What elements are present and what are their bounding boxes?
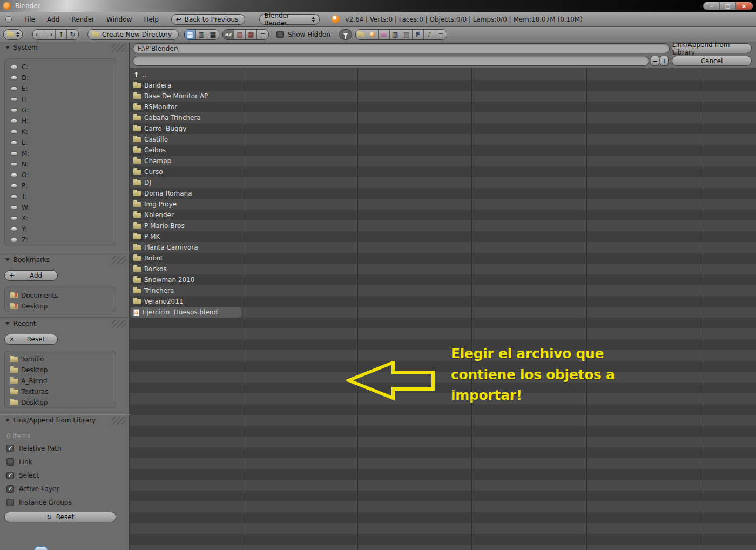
file-row[interactable]: Verano2011	[130, 296, 244, 307]
menu-file[interactable]: File	[18, 12, 41, 26]
editor-type-select[interactable]	[3, 29, 23, 40]
file-row[interactable]: Snowman 2010	[130, 274, 244, 285]
file-row[interactable]: P MK	[130, 231, 244, 242]
list-item[interactable]: O:	[5, 170, 116, 180]
reset-recent-button[interactable]: × Reset	[4, 334, 58, 345]
view-long-list-button[interactable]: ▥	[196, 30, 207, 39]
checkbox-icon[interactable]	[6, 499, 14, 506]
file-row[interactable]: Doma Romana	[130, 188, 244, 199]
list-item[interactable]: X:	[5, 213, 116, 224]
file-row[interactable]: P Mario Bros	[130, 220, 244, 231]
list-item[interactable]: C:	[5, 62, 116, 72]
sort-date-button[interactable]: ▦	[246, 30, 257, 39]
filter-folder-button[interactable]	[356, 30, 367, 39]
file-row[interactable]: Planta Carnivora	[130, 242, 244, 253]
filter-movie-button[interactable]: ▥	[390, 30, 401, 39]
checkbox-icon[interactable]: ✓	[6, 445, 14, 452]
panel-drag-widget-icon[interactable]	[112, 417, 126, 425]
nav-refresh-button[interactable]: ↻	[67, 30, 78, 39]
create-new-directory-button[interactable]: Create New Directory	[87, 29, 179, 40]
sort-extension-button[interactable]: ▧	[234, 30, 246, 39]
checkbox-icon[interactable]: ✓	[6, 472, 14, 479]
file-row[interactable]: Bandera	[130, 80, 244, 91]
back-to-previous-button[interactable]: ↩ Back to Previous	[171, 14, 246, 25]
link-append-confirm-button[interactable]: Link/Append from Library	[672, 43, 752, 53]
panel-drag-widget-icon[interactable]	[112, 256, 126, 264]
collapse-menu-icon[interactable]	[5, 16, 12, 23]
file-row[interactable]: Carro Buggy	[130, 123, 244, 134]
add-bookmark-button[interactable]: + Add	[4, 270, 58, 281]
list-item[interactable]: G:	[5, 105, 116, 116]
list-item[interactable]: K:	[5, 126, 116, 137]
file-row[interactable]: DJ	[130, 177, 244, 188]
file-row[interactable]: Curso	[130, 166, 244, 177]
panel-drag-widget-icon[interactable]	[112, 44, 126, 52]
file-row[interactable]: Ceibos	[130, 145, 244, 156]
file-row[interactable]: BSMonitor	[130, 102, 244, 112]
file-row[interactable]: Img Proye	[130, 199, 244, 210]
file-row[interactable]: Rockos	[130, 264, 244, 274]
file-row[interactable]: Ejercicio Huesos.blend	[131, 307, 241, 318]
option-active-layer[interactable]: ✓Active Layer	[6, 485, 59, 493]
checkbox-icon[interactable]: ✓	[6, 485, 14, 493]
filename-input[interactable]	[133, 56, 649, 66]
decrement-filename-button[interactable]: −	[651, 56, 659, 66]
list-item[interactable]: E:	[5, 83, 116, 94]
menu-render[interactable]: Render	[65, 12, 100, 26]
list-item[interactable]: T:	[5, 191, 116, 202]
nav-up-button[interactable]: ↑	[56, 30, 67, 39]
list-item[interactable]: F:	[5, 94, 116, 105]
list-item[interactable]: Texturas	[5, 386, 116, 397]
filter-image-button[interactable]	[379, 30, 390, 39]
reset-operator-button[interactable]: ↻ Reset	[4, 512, 116, 522]
filter-blend-button[interactable]	[367, 30, 379, 39]
nav-back-button[interactable]: ←	[33, 30, 44, 39]
path-input[interactable]	[133, 43, 670, 53]
restore-button[interactable]: □	[720, 2, 736, 10]
list-item[interactable]: M:	[5, 148, 116, 159]
option-relative-path[interactable]: ✓Relative Path	[6, 445, 62, 452]
nav-forward-button[interactable]: →	[44, 30, 56, 39]
menu-window[interactable]: Window	[100, 12, 138, 26]
list-item[interactable]: H:	[5, 116, 116, 126]
view-short-list-button[interactable]: ▤	[185, 30, 196, 39]
list-item[interactable]: Desktop	[5, 397, 116, 408]
minimize-button[interactable]: −	[704, 2, 720, 10]
list-item[interactable]: Z:	[5, 234, 116, 245]
file-row[interactable]: Trinchera	[130, 285, 244, 296]
parent-dir-row[interactable]: ↑..	[130, 69, 244, 80]
panel-header-recent[interactable]: Recent	[5, 320, 36, 327]
file-row[interactable]: Castillo	[130, 134, 244, 145]
list-item[interactable]: W:	[5, 202, 116, 213]
checkbox-icon[interactable]	[6, 458, 14, 466]
filter-sound-button[interactable]: ♪	[424, 30, 435, 39]
panel-drag-widget-icon[interactable]	[112, 320, 126, 328]
option-link[interactable]: Link	[6, 458, 32, 466]
show-hidden-option[interactable]: Show Hidden	[276, 31, 330, 38]
increment-filename-button[interactable]: +	[660, 56, 669, 66]
list-item[interactable]: L:	[5, 137, 116, 148]
list-item[interactable]: A_Blend	[5, 375, 116, 386]
filter-text-button[interactable]: ≡	[435, 30, 447, 39]
close-button[interactable]: ×	[736, 2, 752, 10]
sort-size-button[interactable]: ≡	[257, 30, 268, 39]
option-instance-groups[interactable]: Instance Groups	[6, 499, 72, 506]
sort-alphabetical-button[interactable]: az	[223, 30, 234, 39]
panel-header-system[interactable]: System	[5, 44, 38, 51]
list-item[interactable]: Desktop	[5, 365, 116, 375]
menu-help[interactable]: Help	[138, 12, 164, 26]
list-item[interactable]: Tornillo	[5, 354, 116, 365]
list-item[interactable]: Documents	[5, 290, 116, 301]
file-row[interactable]: Base De Monitor AP	[130, 91, 244, 102]
panel-header-bookmarks[interactable]: Bookmarks	[5, 256, 50, 264]
option-select[interactable]: ✓Select	[6, 472, 39, 479]
panel-header-operator[interactable]: Link/Append from Library	[5, 417, 96, 424]
render-engine-select[interactable]: Blender Render	[259, 14, 320, 25]
view-thumbnails-button[interactable]: ▦	[207, 30, 219, 39]
file-row[interactable]: Champp	[130, 156, 244, 166]
show-hidden-checkbox[interactable]	[276, 31, 284, 38]
list-item[interactable]: N:	[5, 159, 116, 170]
list-item[interactable]: Desktop	[5, 301, 116, 312]
list-item[interactable]: P:	[5, 180, 116, 191]
file-row[interactable]: Nblender	[130, 210, 244, 220]
